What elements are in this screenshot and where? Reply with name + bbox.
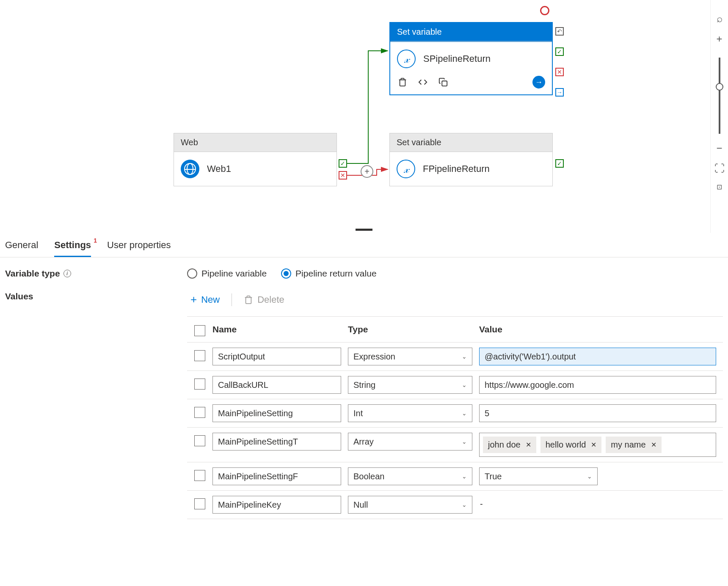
value-input[interactable]: 5	[479, 404, 716, 422]
values-table: Name Type Value ScriptOutput Expression⌄…	[187, 316, 723, 519]
zoom-out-icon[interactable]: −	[716, 142, 722, 154]
row-checkbox[interactable]	[194, 379, 205, 390]
success-output-icon[interactable]: ✓	[555, 159, 564, 168]
success-output-icon[interactable]: ✓	[339, 159, 347, 168]
validation-indicator-icon	[540, 6, 549, 15]
fit-icon[interactable]: ⛶	[714, 163, 725, 174]
layout-icon[interactable]: ⊡	[717, 183, 722, 191]
zoom-slider[interactable]	[719, 58, 720, 134]
settings-panel: Variable type i Pipeline variable Pipeli…	[0, 257, 728, 543]
tab-user-properties[interactable]: User properties	[107, 240, 171, 257]
property-tabs: General Settings 1 User properties	[0, 233, 728, 257]
type-select[interactable]: Expression⌄	[348, 348, 472, 365]
variable-icon: 𝓍	[397, 160, 415, 178]
variable-icon: 𝓍	[397, 50, 416, 68]
value-null: -	[479, 496, 716, 512]
column-type-header[interactable]: Type	[348, 324, 479, 334]
table-row: MainPipelineSettingT Array⌄ john doe✕ he…	[187, 428, 723, 462]
name-input[interactable]: ScriptOutput	[212, 348, 341, 365]
value-tags-input[interactable]: john doe✕ hello world✕ my name✕	[479, 433, 716, 457]
panel-resize-handle[interactable]	[356, 229, 372, 231]
name-input[interactable]: MainPipelineSettingF	[212, 467, 341, 485]
name-input[interactable]: MainPipelineKey	[212, 496, 341, 514]
select-all-checkbox[interactable]	[194, 325, 205, 336]
table-row: ScriptOutput Expression⌄ @activity('Web1…	[187, 343, 723, 371]
value-select[interactable]: True⌄	[479, 467, 598, 485]
type-select[interactable]: Boolean⌄	[348, 467, 472, 485]
completion-output-icon[interactable]: ↶	[555, 27, 564, 36]
type-select[interactable]: Array⌄	[348, 433, 472, 451]
column-name-header[interactable]: Name	[212, 324, 348, 334]
remove-tag-icon[interactable]: ✕	[526, 441, 531, 449]
tag: my name✕	[606, 437, 661, 453]
canvas-toolbar: ⌕ + − ⛶ ⊡	[710, 0, 728, 233]
success-output-icon[interactable]: ✓	[555, 47, 564, 56]
zoom-in-icon[interactable]: +	[716, 33, 722, 45]
tag: john doe✕	[483, 437, 536, 453]
activity-set-variable-spipeline[interactable]: Set variable 𝓍 SPipelineReturn →	[389, 22, 553, 95]
activity-set-variable-fpipeline[interactable]: Set variable 𝓍 FPipelineReturn	[389, 133, 553, 186]
divider	[232, 293, 232, 306]
variable-type-label: Variable type i	[5, 268, 187, 279]
delete-button[interactable]: Delete	[240, 293, 288, 307]
remove-tag-icon[interactable]: ✕	[591, 441, 596, 449]
type-select[interactable]: Null⌄	[348, 496, 472, 514]
tab-settings[interactable]: Settings 1	[54, 240, 91, 257]
name-input[interactable]: MainPipelineSettingT	[212, 433, 341, 451]
activity-web[interactable]: Web Web1	[174, 133, 337, 186]
tag: hello world✕	[540, 437, 602, 453]
table-header-row: Name Type Value	[187, 317, 723, 343]
name-input[interactable]: MainPipelineSetting	[212, 404, 341, 422]
activity-header: Web	[174, 133, 336, 152]
table-row: MainPipelineKey Null⌄ -	[187, 491, 723, 519]
svg-rect-0	[442, 81, 447, 86]
copy-icon[interactable]	[438, 77, 449, 88]
radio-pipeline-variable[interactable]: Pipeline variable	[187, 268, 267, 279]
activity-header: Set variable	[390, 133, 552, 152]
tab-general[interactable]: General	[5, 240, 38, 257]
activity-name: Web1	[207, 163, 231, 174]
activity-name: SPipelineReturn	[423, 53, 491, 64]
values-label: Values	[5, 291, 187, 301]
row-checkbox[interactable]	[194, 407, 205, 418]
pipeline-canvas[interactable]: Web Web1 ✓ ✕ + Set variable 𝓍 SPipelineR…	[0, 0, 728, 233]
table-row: MainPipelineSettingF Boolean⌄ True⌄	[187, 462, 723, 491]
globe-icon	[181, 160, 199, 178]
row-checkbox[interactable]	[194, 498, 205, 509]
validation-badge: 1	[94, 237, 97, 244]
type-select[interactable]: String⌄	[348, 376, 472, 394]
radio-pipeline-return-value[interactable]: Pipeline return value	[281, 268, 376, 279]
activity-name: FPipelineReturn	[423, 163, 490, 174]
variable-type-radio-group: Pipeline variable Pipeline return value	[187, 268, 377, 279]
skip-output-icon[interactable]: →	[555, 88, 564, 97]
delete-icon[interactable]	[397, 77, 408, 88]
new-button[interactable]: + New	[187, 291, 223, 308]
name-input[interactable]: CallBackURL	[212, 376, 341, 394]
activity-header: Set variable	[390, 23, 552, 41]
column-value-header[interactable]: Value	[479, 324, 723, 334]
add-activity-button[interactable]: +	[361, 165, 373, 178]
table-row: CallBackURL String⌄ https://www.google.c…	[187, 371, 723, 399]
search-icon[interactable]: ⌕	[717, 13, 722, 25]
value-input[interactable]: @activity('Web1').output	[479, 348, 716, 365]
remove-tag-icon[interactable]: ✕	[651, 441, 656, 449]
row-checkbox[interactable]	[194, 350, 205, 361]
info-icon[interactable]: i	[63, 270, 71, 277]
connectors	[0, 0, 728, 233]
table-row: MainPipelineSetting Int⌄ 5	[187, 399, 723, 428]
failure-output-icon[interactable]: ✕	[339, 171, 347, 180]
expand-icon[interactable]: →	[532, 76, 545, 88]
value-input[interactable]: https://www.google.com	[479, 376, 716, 394]
failure-output-icon[interactable]: ✕	[555, 68, 564, 76]
row-checkbox[interactable]	[194, 470, 205, 481]
code-icon[interactable]	[417, 77, 428, 88]
values-toolbar: + New Delete	[187, 291, 723, 308]
row-checkbox[interactable]	[194, 435, 205, 446]
type-select[interactable]: Int⌄	[348, 404, 472, 422]
